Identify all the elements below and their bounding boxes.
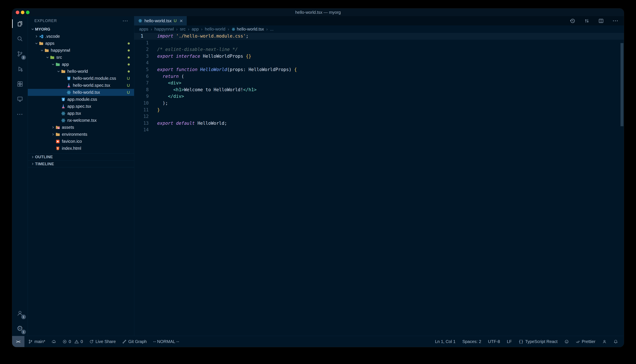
double-check-icon: [576, 340, 580, 344]
code-line[interactable]: 8 <h1>Welcome to HelloWorld!</h1>: [134, 86, 624, 93]
activity-extensions[interactable]: [12, 76, 28, 92]
activity-remote-explorer[interactable]: [12, 92, 28, 106]
feedback-status[interactable]: [564, 340, 569, 344]
language-mode-status[interactable]: {} TypeScript React: [519, 339, 557, 344]
cursor-position-label: Ln 1, Col 1: [435, 339, 456, 344]
encoding-status[interactable]: UTF-8: [488, 339, 500, 344]
accounts-broadcast-status[interactable]: [602, 340, 607, 344]
notifications-status[interactable]: [613, 340, 618, 344]
breadcrumb-item[interactable]: app: [192, 27, 199, 32]
tree-item-app[interactable]: app: [28, 61, 134, 68]
split-editor-icon[interactable]: [598, 18, 604, 24]
chevron-down-icon[interactable]: [45, 55, 50, 60]
breadcrumb-item[interactable]: apps: [139, 27, 148, 32]
code-line[interactable]: 5export function HelloWorld(props: Hello…: [134, 66, 624, 73]
tab-hello-world-tsx[interactable]: hello-world.tsx U ×: [134, 16, 187, 26]
code-line[interactable]: 4: [134, 60, 624, 66]
chevron-down-icon[interactable]: [39, 48, 44, 53]
activity-search[interactable]: [12, 31, 28, 46]
activity-explorer[interactable]: [12, 16, 28, 31]
vim-mode-status[interactable]: -- NORMAL --: [153, 339, 179, 344]
history-icon[interactable]: [570, 18, 575, 24]
tree-item--vscode[interactable]: .vscode: [28, 33, 134, 40]
breadcrumb-item[interactable]: ...: [270, 27, 274, 32]
code-line[interactable]: 14: [134, 127, 624, 134]
sync-status[interactable]: [52, 340, 56, 344]
breadcrumb-separator-icon: ›: [266, 27, 268, 32]
editor-scrollbar[interactable]: [620, 43, 623, 126]
activity-run-debug[interactable]: [12, 61, 28, 76]
tree-item-apps[interactable]: apps: [28, 40, 134, 47]
svg-text:3: 3: [68, 77, 70, 80]
activity-accounts[interactable]: 1: [12, 306, 28, 321]
svg-text:3: 3: [63, 98, 64, 100]
git-branch-status[interactable]: main*: [28, 339, 45, 344]
code-line[interactable]: 9 </div>: [134, 93, 624, 100]
code-line[interactable]: 1: [134, 40, 624, 46]
minimize-button[interactable]: [21, 10, 25, 14]
code-line[interactable]: 6 return (: [134, 73, 624, 80]
code-line[interactable]: 1import './hello-world.module.css';: [134, 33, 624, 40]
live-share-status[interactable]: Live Share: [89, 339, 116, 344]
titlebar[interactable]: hello-world.tsx — myorg: [12, 8, 624, 16]
code-line[interactable]: 7 <div>: [134, 80, 624, 86]
tree-item-environments[interactable]: environments: [28, 131, 134, 138]
tree-item-label: hello-world.spec.tsx: [73, 83, 110, 88]
tree-item-hello-world[interactable]: hello-world: [28, 68, 134, 75]
activity-source-control[interactable]: 3: [12, 46, 28, 61]
zoom-button[interactable]: [26, 10, 30, 14]
code-line[interactable]: 13export default HelloWorld;: [134, 120, 624, 127]
scm-badge: 3: [21, 55, 26, 60]
cursor-position-status[interactable]: Ln 1, Col 1: [435, 339, 456, 344]
close-button[interactable]: [16, 10, 19, 14]
breadcrumb-item[interactable]: hello-world: [205, 27, 225, 32]
explorer-section-myorg[interactable]: MYORG: [28, 26, 134, 33]
code-editor[interactable]: 1import './hello-world.module.css';12/* …: [134, 33, 624, 336]
folder-amber-icon: [61, 69, 66, 74]
chevron-right-icon[interactable]: [50, 125, 56, 130]
breadcrumb-item[interactable]: hello-world.tsx: [232, 27, 264, 32]
tree-item-hello-world-module-css[interactable]: 3hello-world.module.cssU: [28, 75, 134, 82]
code-text: </div>: [157, 93, 184, 100]
tree-item-app-spec-tsx[interactable]: app.spec.tsx: [28, 103, 134, 110]
tree-item-hello-world-spec-tsx[interactable]: hello-world.spec.tsxU: [28, 82, 134, 89]
chevron-right-icon[interactable]: [34, 34, 39, 39]
chevron-right-icon[interactable]: [50, 132, 56, 137]
git-graph-status[interactable]: Git Graph: [122, 339, 147, 344]
chevron-down-icon[interactable]: [56, 69, 61, 74]
outline-section[interactable]: OUTLINE: [28, 153, 134, 160]
tree-item-hello-world-tsx[interactable]: hello-world.tsxU: [28, 89, 134, 96]
indentation-status[interactable]: Spaces: 2: [462, 339, 481, 344]
breadcrumb-item[interactable]: src: [180, 27, 186, 32]
prettier-status[interactable]: Prettier: [576, 339, 595, 344]
tab-close-icon[interactable]: ×: [180, 18, 183, 24]
code-line[interactable]: 10 );: [134, 100, 624, 107]
code-line[interactable]: 11}: [134, 107, 624, 114]
line-number: 8: [134, 86, 157, 93]
problems-status[interactable]: 0 0: [63, 339, 83, 344]
explorer-title: EXPLORER: [34, 19, 57, 23]
tree-item-index-html[interactable]: 5index.html: [28, 145, 134, 152]
breadcrumb-item[interactable]: happynrwl: [154, 27, 174, 32]
timeline-section[interactable]: TIMELINE: [28, 160, 134, 167]
eol-status[interactable]: LF: [507, 339, 512, 344]
dot-icon: [128, 64, 130, 66]
tree-item-label: hello-world.module.css: [73, 76, 116, 81]
chevron-down-icon[interactable]: [34, 41, 39, 46]
tree-item-nx-welcome-tsx[interactable]: nx-welcome.tsx: [28, 117, 134, 124]
tree-item-favicon-ico[interactable]: favicon.ico: [28, 138, 134, 145]
chevron-down-icon[interactable]: [50, 62, 56, 67]
activity-more[interactable]: ⋯: [12, 106, 28, 122]
code-line[interactable]: 2/* eslint-disable-next-line */: [134, 46, 624, 53]
activity-settings[interactable]: ⚙ 1: [12, 321, 28, 336]
remote-indicator-button[interactable]: ><: [12, 336, 25, 347]
code-line[interactable]: 3export interface HelloWorldProps {}: [134, 53, 624, 60]
tree-item-src[interactable]: src: [28, 54, 134, 61]
tree-item-app-tsx[interactable]: app.tsx: [28, 110, 134, 117]
tree-item-assets[interactable]: assets: [28, 124, 134, 131]
tree-item-happynrwl[interactable]: happynrwl: [28, 47, 134, 54]
open-changes-icon[interactable]: [584, 18, 590, 24]
code-text: <div>: [157, 80, 181, 86]
code-line[interactable]: 12: [134, 113, 624, 120]
tree-item-app-module-css[interactable]: 3app.module.css: [28, 96, 134, 103]
